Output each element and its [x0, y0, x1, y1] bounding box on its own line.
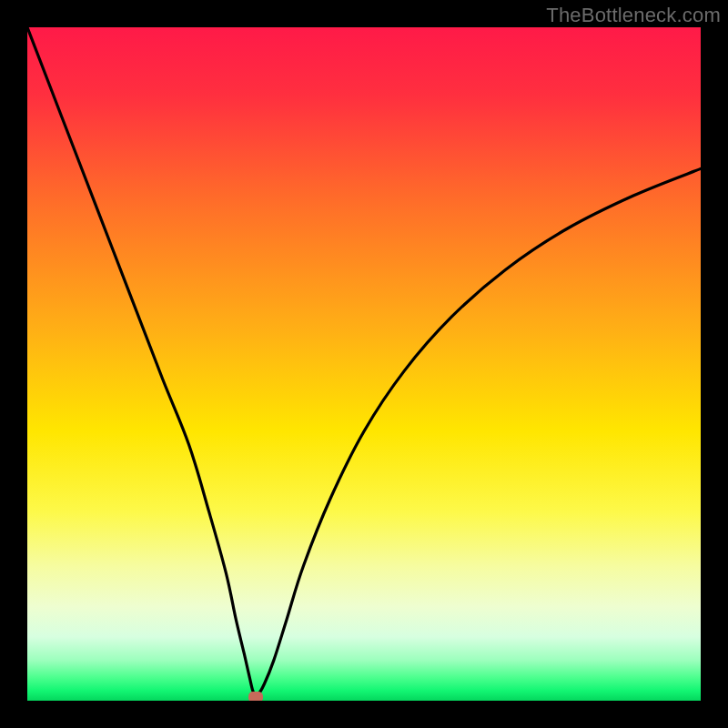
chart-frame: TheBottleneck.com — [0, 0, 728, 728]
watermark-text: TheBottleneck.com — [546, 4, 721, 27]
curve-layer — [27, 27, 701, 701]
optimal-point-marker — [248, 692, 263, 701]
bottleneck-curve — [27, 27, 701, 695]
plot-area — [27, 27, 701, 701]
